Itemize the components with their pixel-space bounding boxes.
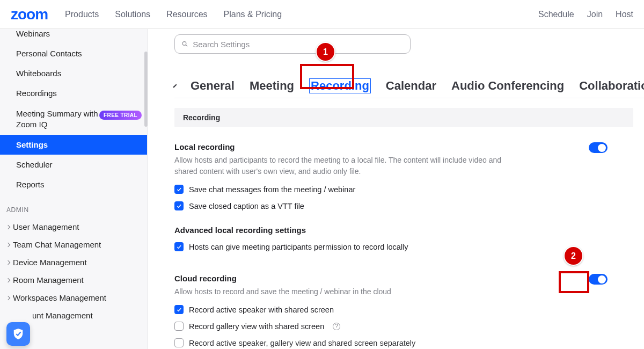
sidebar-item-recordings[interactable]: Recordings	[0, 83, 147, 103]
check-icon	[176, 244, 182, 250]
search-settings-input-wrap[interactable]	[174, 34, 411, 54]
cloud-recording-toggle[interactable]	[589, 274, 608, 285]
chk-save-chat-label: Save chat messages from the meeting / we…	[189, 185, 355, 194]
check-icon	[176, 186, 182, 192]
admin-item-label: User Management	[13, 222, 79, 231]
sidebar-item-whiteboards[interactable]: Whiteboards	[0, 63, 147, 83]
sidebar-item-label: Recordings	[16, 89, 57, 98]
settings-tabs: General Meeting Recording Calendar Audio…	[174, 78, 644, 98]
support-shield-button[interactable]	[6, 322, 30, 346]
chevron-right-icon	[6, 224, 10, 229]
main-pane: General Meeting Recording Calendar Audio…	[148, 29, 644, 349]
check-icon	[176, 203, 182, 209]
tab-general[interactable]: General	[191, 79, 235, 93]
svg-point-0	[182, 42, 186, 46]
zoom-logo: zoom	[11, 6, 48, 23]
admin-item-label: Room Management	[13, 275, 84, 285]
annotation-2: 2	[564, 246, 583, 266]
admin-item-label: Device Management	[13, 258, 87, 267]
help-icon[interactable]: ?	[333, 323, 340, 330]
setting-local-recording: Local recording Allow hosts and particip…	[174, 142, 644, 251]
sidebar-item-label: Settings	[16, 140, 48, 149]
section-bar-recording: Recording	[174, 108, 633, 127]
chevron-right-icon	[6, 295, 10, 300]
local-recording-desc: Allow hosts and participants to record t…	[174, 155, 518, 177]
search-settings-input[interactable]	[193, 40, 404, 49]
top-header: zoom Products Solutions Resources Plans …	[0, 0, 644, 29]
tabs-scroll-left-icon[interactable]	[173, 84, 177, 88]
annotation-rect-2	[559, 271, 589, 293]
chk-record-active-speaker-label: Record active speaker with shared screen	[189, 306, 334, 314]
nav-solutions[interactable]: Solutions	[115, 10, 150, 19]
sidebar-item-meeting-summary[interactable]: Meeting Summary with Zoom IQ FREE TRIAL	[0, 103, 147, 135]
admin-item-room-management[interactable]: Room Management	[0, 271, 147, 289]
tab-calendar[interactable]: Calendar	[386, 79, 436, 93]
nav-resources[interactable]: Resources	[166, 10, 207, 19]
chk-save-chat[interactable]	[174, 185, 184, 194]
chk-record-separately[interactable]	[174, 338, 184, 347]
admin-item-team-chat-management[interactable]: Team Chat Management	[0, 236, 147, 253]
chk-record-active-speaker[interactable]	[174, 305, 184, 314]
chk-save-cc-label: Save closed caption as a VTT file	[189, 202, 304, 210]
admin-item-device-management[interactable]: Device Management	[0, 253, 147, 271]
tab-meeting[interactable]: Meeting	[250, 79, 294, 93]
nav-join[interactable]: Join	[587, 10, 603, 19]
nav-right: Schedule Join Host	[538, 10, 633, 19]
sidebar-item-label: Webinars	[16, 29, 50, 38]
annotation-1: 1	[316, 42, 335, 62]
chk-hosts-permission[interactable]	[174, 242, 184, 251]
annotation-rect-1	[300, 64, 354, 89]
chevron-right-icon	[6, 260, 10, 264]
chk-hosts-permission-label: Hosts can give meeting participants perm…	[189, 243, 408, 251]
nav-plans-pricing[interactable]: Plans & Pricing	[224, 10, 282, 19]
tab-collab-devices[interactable]: Collaboration Devices	[579, 79, 644, 93]
sidebar-item-webinars[interactable]: Webinars	[0, 29, 147, 43]
chevron-right-icon	[6, 242, 10, 246]
shield-icon	[12, 328, 24, 340]
left-sidebar: Webinars Personal Contacts Whiteboards R…	[0, 29, 148, 349]
chk-save-cc[interactable]	[174, 201, 184, 210]
chk-record-separately-label: Record active speaker, gallery view and …	[189, 339, 415, 347]
search-icon	[181, 40, 188, 48]
sidebar-item-personal-contacts[interactable]: Personal Contacts	[0, 43, 147, 63]
nav-products[interactable]: Products	[65, 10, 99, 19]
sidebar-item-scheduler[interactable]: Scheduler	[0, 155, 147, 174]
admin-item-user-management[interactable]: User Management	[0, 218, 147, 236]
cloud-recording-desc: Allow hosts to record and save the meeti…	[174, 286, 518, 297]
admin-item-label: unt Management	[32, 311, 93, 320]
sidebar-item-label: Scheduler	[16, 160, 53, 169]
sidebar-item-label: Personal Contacts	[16, 49, 82, 58]
chk-record-gallery[interactable]	[174, 322, 184, 331]
admin-item-label: Team Chat Management	[13, 240, 101, 249]
sidebar-heading-admin: ADMIN	[0, 194, 147, 218]
local-recording-toggle[interactable]	[589, 142, 608, 153]
svg-line-1	[186, 45, 187, 47]
free-trial-badge: FREE TRIAL	[99, 111, 142, 120]
advanced-local-title: Advanced local recording settings	[174, 226, 623, 235]
local-recording-title: Local recording	[174, 142, 623, 151]
sidebar-item-label: Meeting Summary with Zoom IQ	[16, 108, 109, 129]
nav-schedule[interactable]: Schedule	[538, 10, 574, 19]
admin-item-label: Workspaces Management	[13, 293, 106, 302]
cloud-recording-title: Cloud recording	[174, 274, 623, 283]
sidebar-item-settings[interactable]: Settings	[0, 135, 147, 155]
chevron-right-icon	[6, 278, 10, 282]
nav-left: Products Solutions Resources Plans & Pri…	[65, 10, 538, 19]
nav-host[interactable]: Host	[616, 10, 633, 19]
check-icon	[176, 307, 182, 312]
admin-item-account-management-cut[interactable]: unt Management	[26, 307, 147, 324]
tab-audio-conferencing[interactable]: Audio Conferencing	[451, 79, 564, 93]
chk-record-gallery-label: Record gallery view with shared screen	[189, 322, 324, 331]
sidebar-item-reports[interactable]: Reports	[0, 174, 147, 194]
admin-item-workspaces-management[interactable]: Workspaces Management	[0, 289, 147, 307]
sidebar-item-label: Reports	[16, 180, 45, 189]
sidebar-item-label: Whiteboards	[16, 69, 61, 78]
